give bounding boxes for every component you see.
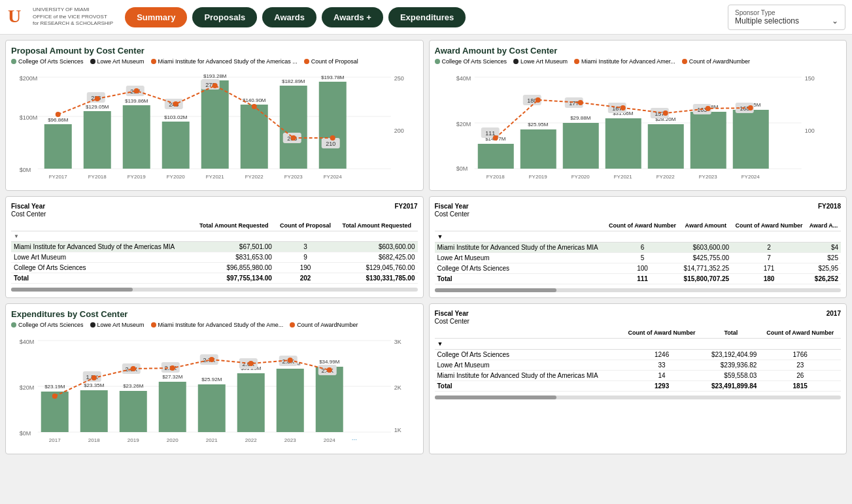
- proposal-chart-area: $200M $100M $0M 250 200 $96.86M FY2017 $…: [11, 67, 418, 185]
- svg-point-149: [248, 361, 254, 366]
- svg-rect-64: [562, 123, 598, 169]
- svg-text:150: 150: [804, 75, 814, 82]
- svg-text:163: 163: [697, 107, 707, 113]
- svg-text:$0M: $0M: [20, 167, 31, 173]
- nav-proposals-button[interactable]: Proposals: [192, 7, 257, 27]
- svg-text:FY2020: FY2020: [167, 174, 186, 180]
- svg-rect-123: [198, 384, 226, 432]
- svg-text:200: 200: [394, 127, 404, 134]
- proposal-table: Total Amount Requested Count of Proposal…: [11, 220, 418, 284]
- svg-text:FY2019: FY2019: [128, 174, 146, 180]
- svg-text:$20M: $20M: [456, 121, 471, 127]
- expenditures-table: Count of Award Number Total Count of Awa…: [435, 328, 842, 392]
- legend-label-miami: Miami Institute for Advanced Study of th…: [158, 58, 298, 65]
- svg-text:2018: 2018: [88, 437, 100, 443]
- svg-text:111: 111: [485, 130, 495, 137]
- svg-rect-108: [80, 390, 108, 432]
- svg-point-41: [173, 101, 179, 107]
- svg-text:FY2024: FY2024: [324, 174, 343, 180]
- expenditures-chart-svg: $40M $20M $0M 3K 2K 1K $23.19M 2017 $23.…: [11, 331, 418, 452]
- sponsor-filter-value-row: Multiple selections ⌄: [735, 16, 838, 25]
- svg-text:$140.90M: $140.90M: [243, 97, 266, 103]
- table-row: Lowe Art Museum 5 $425,755.00 7 $25: [435, 253, 842, 263]
- svg-text:$40M: $40M: [20, 339, 35, 345]
- svg-point-89: [492, 135, 498, 141]
- svg-text:3K: 3K: [394, 339, 401, 345]
- exp-horizontal-scrollbar[interactable]: [435, 395, 842, 399]
- svg-point-38: [56, 112, 61, 117]
- award-table: Count of Award Number Award Amount Count…: [435, 220, 842, 284]
- svg-point-151: [327, 367, 332, 373]
- svg-text:FY2024: FY2024: [741, 174, 760, 180]
- svg-rect-118: [159, 382, 186, 432]
- svg-point-146: [131, 366, 136, 371]
- table-row: Miami Institute for Advanced Study of th…: [435, 371, 842, 381]
- proposal-fy-label: Fiscal Year Cost Center: [11, 202, 46, 218]
- legend-label-lowe: Lowe Art Museum: [97, 58, 145, 65]
- bar-fy2023: [280, 86, 307, 169]
- bar-fy2018: [84, 111, 111, 169]
- svg-text:$29.88M: $29.88M: [570, 115, 590, 121]
- svg-text:FY2022: FY2022: [245, 174, 264, 180]
- svg-rect-128: [237, 373, 265, 432]
- svg-point-45: [330, 135, 335, 141]
- svg-text:2017: 2017: [49, 437, 61, 443]
- svg-text:2021: 2021: [206, 437, 218, 443]
- expenditures-chart-card: Expenditures by Cost Center College Of A…: [5, 303, 424, 454]
- table-row: Lowe Art Museum 33 $239,936.82 23: [435, 360, 842, 371]
- svg-text:2024: 2024: [324, 437, 335, 443]
- chevron-down-icon: ⌄: [832, 16, 838, 25]
- svg-point-93: [662, 110, 668, 116]
- filter-arrow-award[interactable]: ▼: [437, 233, 443, 240]
- svg-text:$25.92M: $25.92M: [201, 377, 222, 382]
- svg-text:$40M: $40M: [456, 75, 471, 82]
- award-chart-area: $40M $20M $0M 150 100 $14.77M FY2018 111…: [435, 67, 842, 185]
- svg-text:FY2019: FY2019: [528, 174, 547, 180]
- legend-dot-green: [11, 59, 16, 64]
- horizontal-scrollbar[interactable]: [11, 288, 418, 292]
- legend-label-count: Count of Proposal: [311, 58, 358, 65]
- svg-text:$23.35M: $23.35M: [84, 382, 104, 388]
- legend-college: College Of Arts Sciences: [11, 58, 84, 65]
- main-content: Proposal Amount by Cost Center College O…: [0, 35, 852, 460]
- svg-point-95: [747, 105, 753, 110]
- award-legend-miami: Miami Institute for Advanced Amer...: [581, 58, 675, 65]
- svg-point-147: [170, 365, 175, 371]
- svg-text:210: 210: [326, 141, 335, 147]
- proposal-chart-card: Proposal Amount by Cost Center College O…: [5, 40, 424, 191]
- expenditures-chart-legend: College Of Arts Sciences Lowe Art Museum…: [11, 322, 418, 328]
- svg-text:$0M: $0M: [456, 165, 468, 172]
- nav-expenditures-button[interactable]: Expenditures: [388, 7, 466, 27]
- proposal-chart-svg: $200M $100M $0M 250 200 $96.86M FY2017 $…: [11, 67, 418, 185]
- svg-text:$139.86M: $139.86M: [125, 98, 148, 104]
- svg-text:FY2018: FY2018: [88, 174, 107, 180]
- legend-dot-count: [304, 59, 309, 64]
- sponsor-type-filter[interactable]: Sponsor Type Multiple selections ⌄: [728, 5, 845, 30]
- bar-fy2017: [44, 124, 72, 169]
- svg-text:···: ···: [352, 436, 357, 443]
- award-legend-lowe: Lowe Art Museum: [520, 58, 568, 65]
- award-chart-title: Award Amount by Cost Center: [435, 46, 842, 56]
- svg-text:FY2017: FY2017: [49, 174, 68, 180]
- svg-point-44: [291, 135, 296, 141]
- svg-rect-138: [316, 367, 343, 432]
- bar-fy2020: [162, 122, 190, 169]
- svg-rect-84: [732, 110, 768, 169]
- filter-arrow-exp[interactable]: ▼: [437, 341, 443, 347]
- award-table-card: Fiscal Year Cost Center FY2018 Count of …: [429, 196, 847, 298]
- legend-dot-orange: [151, 59, 156, 64]
- svg-text:2020: 2020: [167, 437, 179, 443]
- svg-text:$182.89M: $182.89M: [282, 78, 305, 84]
- svg-text:177: 177: [569, 100, 579, 107]
- svg-point-94: [705, 106, 710, 111]
- nav-awards-plus-button[interactable]: Awards +: [322, 7, 383, 27]
- svg-text:$20M: $20M: [20, 384, 35, 391]
- filter-arrow[interactable]: ▼: [14, 233, 19, 239]
- nav-summary-button[interactable]: Summary: [125, 7, 187, 27]
- award-horizontal-scrollbar[interactable]: [435, 288, 842, 292]
- svg-text:FY2018: FY2018: [486, 174, 505, 180]
- bar-fy2024: [319, 82, 347, 169]
- nav-awards-button[interactable]: Awards: [262, 7, 316, 27]
- svg-text:FY2023: FY2023: [698, 174, 717, 180]
- logo: U UNIVERSITY OF MIAMI OFFICE of the VICE…: [7, 4, 113, 30]
